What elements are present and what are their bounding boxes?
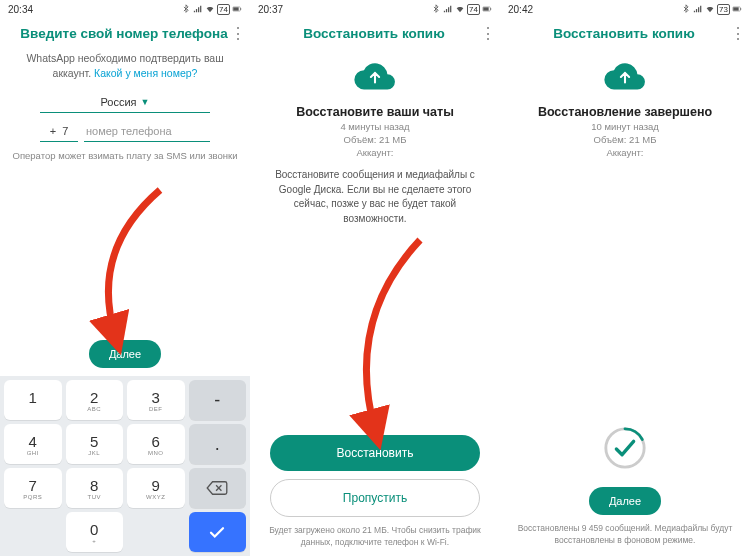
- country-code-input[interactable]: +7: [40, 121, 78, 142]
- bluetooth-icon: [181, 4, 191, 14]
- phone-number-input[interactable]: номер телефона: [84, 121, 210, 142]
- status-icons: 73: [681, 4, 742, 15]
- wifi-icon: [205, 4, 215, 14]
- bluetooth-icon: [681, 4, 691, 14]
- status-time: 20:42: [508, 4, 533, 15]
- battery-icon: [232, 4, 242, 14]
- key-5[interactable]: 5JKL: [66, 424, 124, 464]
- key-4[interactable]: 4GHI: [4, 424, 62, 464]
- cloud-upload-icon: [353, 61, 397, 93]
- key-enter[interactable]: [189, 512, 247, 552]
- battery-level: 74: [467, 4, 480, 15]
- cloud-upload-icon: [603, 61, 647, 93]
- signal-icon: [443, 4, 453, 14]
- success-check-icon: [602, 425, 648, 471]
- numeric-keypad: 1 2ABC 3DEF - 4GHI 5JKL 6MNO . 7PQRS 8TU…: [0, 376, 250, 556]
- carrier-disclaimer: Оператор может взимать плату за SMS или …: [8, 150, 242, 161]
- status-bar: 20:42 73: [500, 0, 750, 18]
- status-time: 20:37: [258, 4, 283, 15]
- restore-complete-heading: Восстановление завершено: [500, 105, 750, 119]
- next-button[interactable]: Далее: [589, 487, 661, 515]
- menu-button[interactable]: ⋮: [480, 28, 494, 40]
- battery-icon: [482, 4, 492, 14]
- backup-time: 10 минут назад: [500, 121, 750, 132]
- skip-button[interactable]: Пропустить: [270, 479, 480, 517]
- page-title: Введите свой номер телефона: [18, 26, 230, 41]
- screen-restore-backup: 20:37 74 Восстановить копию ⋮ Восстанови…: [250, 0, 500, 556]
- backspace-icon: [206, 480, 228, 496]
- screen-phone-entry: 20:34 74 Введите свой номер телефона ⋮ W…: [0, 0, 250, 556]
- bluetooth-icon: [431, 4, 441, 14]
- key-empty: [4, 512, 62, 552]
- key-7[interactable]: 7PQRS: [4, 468, 62, 508]
- key-3[interactable]: 3DEF: [127, 380, 185, 420]
- whats-my-number-link[interactable]: Какой у меня номер?: [94, 67, 197, 79]
- verify-text: WhatsApp необходимо подтвердить ваш акка…: [0, 49, 250, 82]
- chevron-down-icon: ▼: [141, 97, 150, 107]
- menu-button[interactable]: ⋮: [230, 28, 244, 40]
- key-1[interactable]: 1: [4, 380, 62, 420]
- wifi-icon: [455, 4, 465, 14]
- key-empty-2: [127, 512, 185, 552]
- backup-account: Аккаунт:: [250, 147, 500, 158]
- status-bar: 20:37 74: [250, 0, 500, 18]
- status-time: 20:34: [8, 4, 33, 15]
- svg-rect-8: [740, 8, 741, 10]
- menu-button[interactable]: ⋮: [730, 28, 744, 40]
- next-button[interactable]: Далее: [89, 340, 161, 368]
- key-dash[interactable]: -: [189, 380, 247, 420]
- page-title: Восстановить копию: [268, 26, 480, 41]
- svg-rect-7: [733, 7, 738, 10]
- key-dot[interactable]: .: [189, 424, 247, 464]
- key-8[interactable]: 8TUV: [66, 468, 124, 508]
- key-0[interactable]: 0+: [66, 512, 124, 552]
- battery-level: 73: [717, 4, 730, 15]
- signal-icon: [193, 4, 203, 14]
- restore-description: Восстановите сообщения и медиафайлы с Go…: [250, 158, 500, 226]
- backup-size: Объём: 21 МБ: [250, 134, 500, 145]
- key-6[interactable]: 6MNO: [127, 424, 185, 464]
- restore-summary: Восстановлены 9 459 сообщений. Медиафайл…: [500, 515, 750, 552]
- backup-time: 4 минуты назад: [250, 121, 500, 132]
- header: Восстановить копию ⋮: [250, 18, 500, 49]
- svg-rect-4: [483, 7, 488, 10]
- backup-size: Объём: 21 МБ: [500, 134, 750, 145]
- signal-icon: [693, 4, 703, 14]
- battery-icon: [732, 4, 742, 14]
- key-2[interactable]: 2ABC: [66, 380, 124, 420]
- status-bar: 20:34 74: [0, 0, 250, 18]
- key-backspace[interactable]: [189, 468, 247, 508]
- svg-rect-5: [490, 8, 491, 10]
- key-9[interactable]: 9WXYZ: [127, 468, 185, 508]
- checkmark-icon: [208, 525, 226, 539]
- restore-heading: Восстановите ваши чаты: [250, 105, 500, 119]
- country-selector[interactable]: Россия ▼: [40, 92, 210, 113]
- svg-rect-2: [240, 8, 241, 10]
- download-note: Будет загружено около 21 МБ. Чтобы снизи…: [250, 517, 500, 554]
- restore-button[interactable]: Восстановить: [270, 435, 480, 471]
- status-icons: 74: [181, 4, 242, 15]
- page-title: Восстановить копию: [518, 26, 730, 41]
- screen-restore-complete: 20:42 73 Восстановить копию ⋮ Восстановл…: [500, 0, 750, 556]
- status-icons: 74: [431, 4, 492, 15]
- phone-input-row: +7 номер телефона: [40, 121, 210, 142]
- header: Восстановить копию ⋮: [500, 18, 750, 49]
- country-label: Россия: [101, 96, 137, 108]
- header: Введите свой номер телефона ⋮: [0, 18, 250, 49]
- backup-account: Аккаунт:: [500, 147, 750, 158]
- battery-level: 74: [217, 4, 230, 15]
- svg-rect-1: [233, 7, 238, 10]
- wifi-icon: [705, 4, 715, 14]
